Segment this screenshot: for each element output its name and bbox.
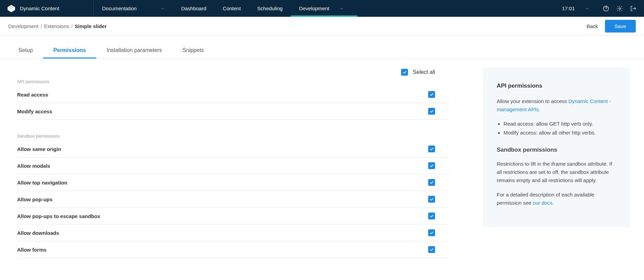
back-button[interactable]: Back: [586, 23, 598, 29]
select-all-row: Select all: [17, 65, 449, 79]
brand-text: Dynamic Content: [20, 5, 59, 11]
allow-top-navigation-checkbox[interactable]: [428, 179, 435, 186]
api-permissions-section-label: API permissions: [17, 79, 449, 84]
permission-row-allow-same-origin: Allow same origin: [17, 141, 449, 157]
svg-point-2: [619, 8, 621, 9]
breadcrumb-separator: /: [71, 23, 73, 29]
permission-row-read-access: Read access: [17, 86, 449, 103]
breadcrumb-extensions[interactable]: Extensions: [44, 23, 69, 29]
breadcrumb-bar: Development / Extensions / Simple slider…: [0, 17, 644, 36]
permission-row-modify-access: Modify access: [17, 103, 449, 120]
permission-row-allow-modals: Allow modals: [17, 157, 449, 174]
select-all-label: Select all: [413, 69, 435, 75]
info-panel: API permissions Allow your extension to …: [483, 67, 630, 227]
permission-label: Allow pop-ups to escape sandbox: [17, 213, 100, 219]
brand-logo-icon: [7, 4, 16, 13]
allow-forms-checkbox[interactable]: [428, 246, 435, 253]
tab-setup[interactable]: Setup: [8, 42, 43, 58]
permission-label: Allow top navigation: [17, 180, 67, 186]
breadcrumb-development[interactable]: Development: [8, 23, 38, 29]
nav-tab-dashboard[interactable]: Dashboard: [173, 0, 214, 17]
documentation-dropdown[interactable]: Documentation: [94, 0, 173, 17]
content-tabs: Setup Permissions Installation parameter…: [0, 42, 644, 59]
modify-access-checkbox[interactable]: [428, 108, 435, 115]
permission-label: Allow pop-ups: [17, 196, 52, 202]
gear-icon[interactable]: [616, 5, 623, 12]
breadcrumb-separator: /: [40, 23, 42, 29]
logout-icon[interactable]: [630, 5, 637, 12]
select-all-checkbox[interactable]: [401, 69, 408, 76]
chevron-down-icon: [585, 7, 589, 11]
sandbox-permissions-section-label: Sandbox permissions: [17, 133, 449, 139]
permission-label: Allow same origin: [17, 146, 61, 152]
info-bullet-modify: Modify access: allow all other http verb…: [504, 129, 617, 137]
breadcrumb: Development / Extensions / Simple slider: [8, 23, 107, 29]
permission-label: Allow forms: [17, 247, 47, 253]
info-api-bullets: Read access: allow GET http verb only. M…: [497, 120, 617, 137]
nav-tab-scheduling[interactable]: Scheduling: [249, 0, 291, 17]
permission-row-allow-pop-ups: Allow pop-ups: [17, 191, 449, 208]
permission-row-allow-downloads: Allow downloads: [17, 225, 449, 241]
read-access-checkbox[interactable]: [428, 91, 435, 98]
our-docs-link[interactable]: our docs: [533, 200, 553, 206]
info-sandbox-heading: Sandbox permissions: [497, 145, 617, 154]
permission-label: Read access: [17, 92, 48, 98]
chevron-down-icon: [161, 7, 165, 11]
permission-row-allow-forms: Allow forms: [17, 241, 449, 258]
help-icon[interactable]: [602, 5, 610, 12]
svg-point-1: [606, 10, 606, 10]
allow-pop-ups-escape-checkbox[interactable]: [428, 213, 435, 219]
info-sandbox-description: Restrictions to lift in the iframe sandb…: [497, 160, 617, 184]
chevron-down-icon: [339, 7, 344, 11]
save-button[interactable]: Save: [605, 20, 636, 33]
info-bullet-read: Read access: allow GET http verb only.: [504, 120, 617, 128]
permission-label: Modify access: [17, 109, 52, 114]
breadcrumb-current: Simple slider: [75, 23, 107, 29]
allow-downloads-checkbox[interactable]: [428, 229, 435, 236]
info-docs-description: For a detailed description of each avail…: [497, 191, 617, 207]
allow-modals-checkbox[interactable]: [428, 162, 435, 169]
tab-installation-parameters[interactable]: Installation parameters: [96, 42, 172, 58]
top-bar: Dynamic Content Documentation Dashboard …: [0, 0, 644, 17]
secondbar-actions: Back Save: [586, 20, 636, 33]
permission-row-allow-top-navigation: Allow top navigation: [17, 174, 449, 191]
documentation-label: Documentation: [102, 5, 137, 11]
topbar-right: 17:01: [562, 5, 644, 12]
permission-row-allow-pop-ups-escape: Allow pop-ups to escape sandbox: [17, 208, 449, 225]
allow-pop-ups-checkbox[interactable]: [428, 196, 435, 203]
main-nav: Dashboard Content Scheduling Development: [173, 0, 358, 17]
brand-section: Dynamic Content: [0, 0, 94, 17]
tab-permissions[interactable]: Permissions: [43, 42, 96, 58]
permissions-column: Select all API permissions Read access M…: [7, 65, 449, 258]
nav-tab-content[interactable]: Content: [214, 0, 249, 17]
tab-snippets[interactable]: Snippets: [172, 42, 214, 58]
nav-tab-development[interactable]: Development: [291, 0, 357, 17]
time-dropdown[interactable]: 17:01: [562, 5, 589, 11]
permission-label: Allow downloads: [17, 230, 59, 236]
info-api-description: Allow your extension to access Dynamic C…: [497, 97, 617, 114]
main-content: Select all API permissions Read access M…: [0, 59, 644, 265]
info-api-heading: API permissions: [497, 81, 617, 90]
permission-label: Allow modals: [17, 163, 50, 169]
allow-same-origin-checkbox[interactable]: [428, 145, 435, 152]
